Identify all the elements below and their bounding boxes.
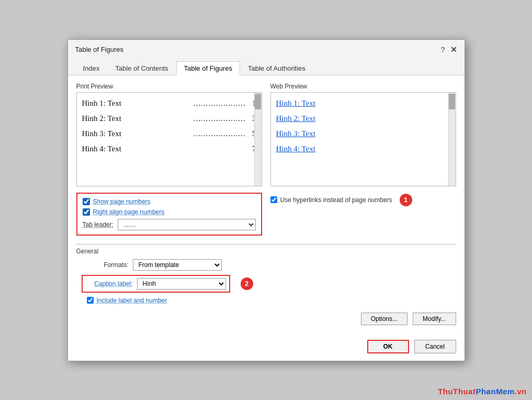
- title-bar: Table of Figures ? ✕: [68, 40, 465, 54]
- include-label-text: Include label and number: [97, 297, 167, 304]
- tab-table-of-figures[interactable]: Table of Figures: [176, 61, 241, 75]
- dialog-title: Table of Figures: [75, 46, 124, 53]
- dialog: Table of Figures ? ✕ Index Table of Cont…: [67, 39, 465, 361]
- show-page-numbers-row: Show page numbers: [83, 198, 256, 205]
- web-preview-label: Web Preview: [270, 83, 456, 90]
- previews-row: Print Preview Hình 1: Text .............…: [76, 83, 456, 186]
- options-modify-buttons: Options... Modify...: [76, 313, 456, 327]
- web-entry-1[interactable]: Hình 1: Text: [276, 96, 450, 111]
- badge-1: 1: [400, 194, 412, 206]
- left-options-bordered: Show page numbers Right align page numbe…: [76, 193, 262, 236]
- caption-label-row: Caption label: Hình Figure Table Equatio…: [82, 275, 456, 293]
- tab-leader-row: Tab leader: ....... ------ ______ (none): [83, 219, 256, 230]
- print-entry-1: Hình 1: Text ..................... 1: [82, 96, 256, 111]
- right-align-label: Right align page numbers: [93, 208, 165, 216]
- web-entry-2[interactable]: Hình 2: Text: [276, 111, 450, 126]
- left-options: Show page numbers Right align page numbe…: [76, 193, 262, 236]
- tabs-bar: Index Table of Contents Table of Figures…: [68, 57, 465, 75]
- use-hyperlinks-label: Use hyperlinks instead of page numbers: [280, 196, 392, 204]
- help-icon[interactable]: ?: [440, 46, 445, 53]
- web-preview-box: Hình 1: Text Hình 2: Text Hình 3: Text H…: [270, 92, 456, 186]
- badge-2: 2: [241, 277, 253, 290]
- title-controls: ? ✕: [440, 45, 457, 54]
- close-icon[interactable]: ✕: [450, 45, 457, 54]
- general-label: General: [76, 248, 456, 255]
- right-options: Use hyperlinks instead of page numbers 1: [270, 193, 456, 236]
- formats-select[interactable]: From template Classic Distinctive Center…: [133, 259, 222, 271]
- web-entry-3[interactable]: Hình 3: Text: [276, 126, 450, 141]
- print-entry-2: Hình 2: Text ..................... 3: [82, 111, 256, 126]
- include-label-checkbox[interactable]: [87, 297, 94, 304]
- tab-index[interactable]: Index: [75, 61, 108, 75]
- general-rows: Formats: From template Classic Distincti…: [76, 259, 456, 304]
- tab-leader-select[interactable]: ....... ------ ______ (none): [118, 219, 256, 230]
- print-preview-box: Hình 1: Text ..................... 1 Hìn…: [76, 92, 262, 186]
- tab-table-of-authorities[interactable]: Table of Authorities: [240, 61, 313, 75]
- ok-button[interactable]: OK: [367, 340, 409, 353]
- use-hyperlinks-checkbox[interactable]: [270, 196, 277, 203]
- scrollbar-thumb: [255, 94, 261, 109]
- web-scrollbar[interactable]: [448, 93, 456, 186]
- web-entry-4[interactable]: Hình 4: Text: [276, 141, 450, 157]
- caption-label-select[interactable]: Hình Figure Table Equation: [137, 278, 226, 290]
- options-row: Show page numbers Right align page numbe…: [76, 193, 456, 236]
- print-preview-label: Print Preview: [76, 83, 262, 90]
- show-page-numbers-checkbox[interactable]: [83, 198, 90, 205]
- print-entry-3: Hình 3: Text ..................... 5: [82, 126, 256, 141]
- right-align-checkbox[interactable]: [83, 208, 90, 216]
- formats-row: Formats: From template Classic Distincti…: [82, 259, 456, 271]
- tab-leader-label: Tab leader:: [83, 221, 114, 228]
- options-button[interactable]: Options...: [361, 313, 408, 325]
- cancel-button[interactable]: Cancel: [414, 340, 456, 353]
- include-row: Include label and number: [87, 297, 456, 304]
- right-align-row: Right align page numbers: [83, 208, 256, 216]
- modify-button[interactable]: Modify...: [413, 313, 456, 325]
- print-entry-4: Hình 4: Text 7: [82, 141, 256, 157]
- caption-label-text: Caption label:: [86, 280, 133, 287]
- formats-label: Formats:: [82, 261, 129, 269]
- print-preview-section: Print Preview Hình 1: Text .............…: [76, 83, 262, 186]
- final-buttons: OK Cancel: [68, 335, 465, 361]
- web-preview-section: Web Preview Hình 1: Text Hình 2: Text Hì…: [270, 83, 456, 186]
- dialog-body: Print Preview Hình 1: Text .............…: [68, 75, 465, 335]
- watermark: ThuThuatPhanMem.vn: [438, 387, 527, 396]
- hyperlink-check-row: Use hyperlinks instead of page numbers 1: [270, 194, 456, 206]
- general-section: General Formats: From template Classic D…: [76, 244, 456, 304]
- web-scrollbar-thumb: [449, 94, 455, 109]
- tab-table-of-contents[interactable]: Table of Contents: [107, 61, 176, 75]
- print-scrollbar[interactable]: [254, 93, 262, 186]
- caption-label-bordered: Caption label: Hình Figure Table Equatio…: [82, 275, 230, 293]
- show-page-numbers-label: Show page numbers: [93, 198, 151, 205]
